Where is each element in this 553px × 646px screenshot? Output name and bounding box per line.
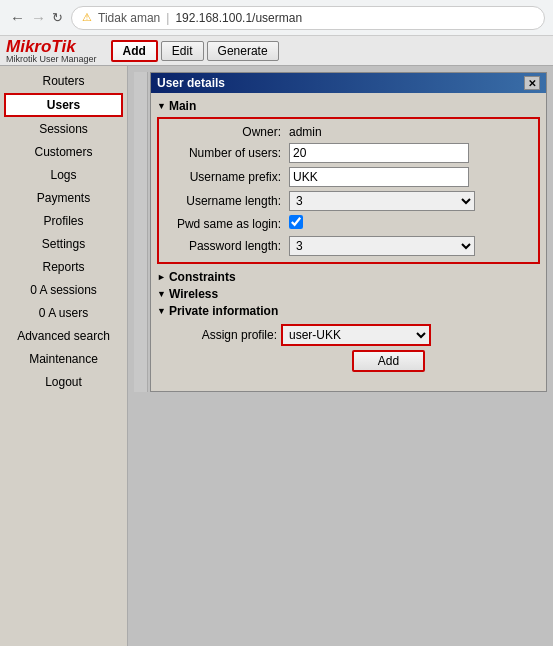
sidebar-item-settings[interactable]: Settings [4,233,123,255]
dialog-body: ▼ Main Owner: admin Number [151,93,546,378]
number-of-users-row: Number of users: [165,141,532,165]
add-profile-button[interactable]: Add [352,350,425,372]
password-length-row: Password length: 3 4 5 6 [165,234,532,258]
back-button[interactable]: ← [8,7,27,28]
sidebar-item-logs[interactable]: Logs [4,164,123,186]
sidebar-item-0a-sessions[interactable]: 0 A sessions [4,279,123,301]
username-length-cell: 3 4 5 6 [285,189,532,213]
sidebar-item-profiles[interactable]: Profiles [4,210,123,232]
username-prefix-input[interactable] [289,167,469,187]
left-strip [134,72,148,392]
private-info-triangle-icon: ▼ [157,306,166,316]
constraints-label: Constraints [169,270,236,284]
number-of-users-cell [285,141,532,165]
private-info-section-header[interactable]: ▼ Private information [157,304,540,318]
generate-button[interactable]: Generate [207,41,279,61]
toolbar: MikroTik Mikrotik User Manager Add Edit … [0,36,553,66]
add-profile-btn-wrapper: Add [237,350,540,372]
edit-button[interactable]: Edit [161,41,204,61]
dialog-titlebar: User details ✕ [151,73,546,93]
main-layout: Routers Users Sessions Customers Logs Pa… [0,66,553,646]
private-info-label: Private information [169,304,278,318]
form-table: Owner: admin Number of users: [165,123,532,258]
main-form-section: Owner: admin Number of users: [157,117,540,264]
dialog-close-button[interactable]: ✕ [524,76,540,90]
password-length-select[interactable]: 3 4 5 6 [289,236,475,256]
wireless-triangle-icon: ▼ [157,289,166,299]
number-of-users-input[interactable] [289,143,469,163]
assign-profile-select[interactable]: user-UKK [281,324,431,346]
sidebar-item-customers[interactable]: Customers [4,141,123,163]
browser-bar: ← → ↻ ⚠ Tidak aman | 192.168.100.1/userm… [0,0,553,36]
forward-button[interactable]: → [29,7,48,28]
username-length-select[interactable]: 3 4 5 6 [289,191,475,211]
sidebar-item-sessions[interactable]: Sessions [4,118,123,140]
sidebar: Routers Users Sessions Customers Logs Pa… [0,66,128,646]
username-length-row: Username length: 3 4 5 6 [165,189,532,213]
content-area: User details ✕ ▼ Main [128,66,553,646]
constraints-triangle-icon: ► [157,272,166,282]
pwd-same-cell [285,213,532,234]
sidebar-item-logout[interactable]: Logout [4,371,123,393]
username-prefix-cell [285,165,532,189]
dialog-title: User details [157,76,225,90]
username-prefix-label: Username prefix: [165,165,285,189]
assign-profile-row: Assign profile: user-UKK [165,324,540,346]
app-container: MikroTik Mikrotik User Manager Add Edit … [0,36,553,646]
wireless-section-header[interactable]: ▼ Wireless [157,287,540,301]
sidebar-item-routers[interactable]: Routers [4,70,123,92]
reload-button[interactable]: ↻ [50,8,65,27]
url-separator: | [166,11,169,25]
username-prefix-row: Username prefix: [165,165,532,189]
number-of-users-label: Number of users: [165,141,285,165]
username-length-label: Username length: [165,189,285,213]
sidebar-item-0a-users[interactable]: 0 A users [4,302,123,324]
main-section-label: Main [169,99,196,113]
add-button[interactable]: Add [111,40,158,62]
pwd-same-label: Pwd same as login: [165,213,285,234]
dialog: User details ✕ ▼ Main [150,72,547,392]
brand-subtitle: Mikrotik User Manager [6,55,97,64]
password-length-label: Password length: [165,234,285,258]
password-length-cell: 3 4 5 6 [285,234,532,258]
warning-text: Tidak aman [98,11,160,25]
sidebar-item-users[interactable]: Users [4,93,123,117]
main-section-header[interactable]: ▼ Main [157,99,540,113]
warning-icon: ⚠ [82,11,92,24]
wireless-label: Wireless [169,287,218,301]
sidebar-item-maintenance[interactable]: Maintenance [4,348,123,370]
assign-profile-label: Assign profile: [165,328,277,342]
brand-name: MikroTik [6,38,97,55]
url-text: 192.168.100.1/userman [175,11,302,25]
owner-row: Owner: admin [165,123,532,141]
sidebar-item-payments[interactable]: Payments [4,187,123,209]
pwd-same-row: Pwd same as login: [165,213,532,234]
constraints-section-header[interactable]: ► Constraints [157,270,540,284]
owner-value: admin [285,123,532,141]
owner-label: Owner: [165,123,285,141]
brand: MikroTik Mikrotik User Manager [6,38,97,64]
address-bar[interactable]: ⚠ Tidak aman | 192.168.100.1/userman [71,6,545,30]
pwd-same-checkbox[interactable] [289,215,303,229]
nav-buttons: ← → ↻ [8,7,65,28]
sidebar-item-advanced-search[interactable]: Advanced search [4,325,123,347]
sidebar-item-reports[interactable]: Reports [4,256,123,278]
main-triangle-icon: ▼ [157,101,166,111]
